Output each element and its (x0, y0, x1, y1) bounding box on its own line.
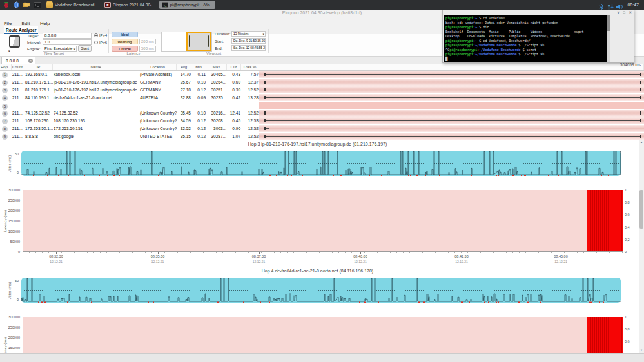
terminal-line: pi@raspberrypi:~ $ cd vodafone (445, 16, 605, 21)
interval-label: Interval: (27, 40, 41, 45)
duration-select[interactable]: 15 Minutes ▾ (231, 31, 266, 37)
terminal-scrollbar-track[interactable] (607, 15, 610, 62)
minimize-icon[interactable]: ∨ (617, 10, 620, 14)
column-header-count[interactable]: Count (12, 64, 24, 70)
charts-scrollbar-track[interactable] (639, 140, 644, 353)
volume-icon[interactable] (616, 1, 623, 8)
scroll-down-icon[interactable]: ▼ (639, 348, 644, 352)
x-major-tick (56, 252, 57, 254)
start-time-input[interactable]: Do. Dez. 9 21:59:35 2021 (231, 38, 266, 44)
scroll-up-icon[interactable]: ▲ (639, 140, 644, 144)
ipv4-radio[interactable] (94, 33, 98, 37)
terminal-console[interactable]: pi@raspberrypi:~ $ cd vodafonebash: cd: … (444, 15, 607, 62)
terminal-line: pi@raspberrypi:~ $ cd Vodafone\ Beschwer… (445, 39, 605, 43)
terminal-window[interactable]: Datei Bearbeiten Reiter Hilfe ∨ □ ✕ pi@r… (442, 9, 634, 63)
raspberry-menu-icon[interactable] (2, 1, 10, 9)
latency-range-graph (259, 79, 644, 86)
jitter-chart-hop4[interactable] (21, 278, 621, 303)
terminal-scrollbar-thumb[interactable] (607, 15, 610, 31)
jitter-chart-hop3[interactable] (21, 151, 621, 176)
interval-input[interactable]: 1.0 (43, 39, 92, 45)
viewport-handle-right[interactable] (208, 35, 209, 47)
table-row-hop-4[interactable]: 4211...84.116.196.1...de-fra04d-rc1-ae-2… (0, 94, 644, 102)
table-row-hop-8[interactable]: 8211...172.253.50.1...172.253.50.151(Unk… (0, 125, 644, 133)
terminal-launcher-icon[interactable] (33, 1, 41, 9)
cell-min: 0.11 (191, 71, 206, 79)
taskbar-window-button-folder[interactable]: Vodafone Beschwerd... (44, 1, 101, 9)
target-input[interactable]: 8.8.8.8 (43, 33, 92, 39)
end-time-input[interactable]: So. Dez. 12 08:46:55 2021 (231, 45, 266, 51)
column-header-cur[interactable]: Cur (227, 64, 241, 70)
column-header-avg[interactable]: Avg (177, 64, 191, 70)
column-header-loss[interactable]: Loss % (241, 64, 259, 70)
cell-count: 211... (12, 94, 24, 102)
cell-cur: 0.42 (227, 94, 241, 102)
latency-range-graph (259, 110, 644, 117)
cell-loss (241, 102, 259, 110)
latency-range-graph (259, 102, 644, 110)
table-row-hop-7[interactable]: 7211...108.170.236...108.170.236.193(Unk… (0, 117, 644, 125)
terminal-line: Bookshelf Documents Music Public Videos … (445, 30, 605, 34)
cell-cur: 0.90 (227, 125, 241, 133)
system-tray: 08:47 (598, 0, 644, 10)
terminal-text: pi@raspberrypi (445, 43, 473, 47)
cell-min (191, 102, 206, 110)
latency-left-tick: 250000 (0, 325, 20, 330)
column-header-name[interactable]: Name (53, 64, 139, 70)
table-row-hop-3[interactable]: 3211...81.210.176.1...ip-81-210-176-197.… (0, 86, 644, 94)
column-header-location[interactable]: Location (139, 64, 177, 70)
cell-location: (Unknown Country?) (139, 110, 177, 117)
terminal-line: ^Cpi@raspberrypi:~/Vodafone Beschwerde $… (445, 48, 605, 52)
target-tab-8888[interactable]: 8.8.8.8 × (1, 57, 35, 64)
latency-chart-hop3[interactable] (23, 190, 623, 252)
taskbar-window-button-terminal[interactable]: >_pi@raspberrypi: ~/Vo... (159, 1, 215, 9)
viewport-handle-left[interactable] (189, 35, 190, 47)
table-row-hop-5[interactable]: 5 (0, 102, 644, 110)
cell-loss: 13.28 (241, 94, 259, 102)
x-tick-date: 12.12.21 (445, 260, 478, 264)
table-row-hop-2[interactable]: 2211...81.210.176.1...ip-81-210-176-198.… (0, 79, 644, 86)
cell-loss: 12.52 (241, 125, 259, 133)
taskbar-window-label: pi@raspberrypi: ~/Vo... (170, 3, 213, 7)
x-tick-time: 08:45:00 (545, 254, 577, 259)
x-tick-time: 08:32:30 (40, 254, 72, 259)
network-updown-icon[interactable] (607, 1, 614, 8)
viewport-selection[interactable] (186, 32, 211, 51)
bluetooth-icon[interactable] (598, 1, 605, 8)
column-header-hop[interactable]: Hop (0, 64, 12, 70)
x-tick-date: 12.12.21 (142, 260, 174, 264)
taskbar-window-button-pingnoo[interactable]: PPingnoo 2021.04.30-... (102, 1, 158, 9)
critical-latency-input[interactable]: 500 ms (139, 46, 156, 52)
cell-max: 30251... (206, 86, 227, 94)
latency-x-axis-ticks (23, 252, 623, 253)
latency-chart-hop4[interactable] (23, 317, 623, 353)
target-label: Target: (27, 33, 39, 39)
terminal-text: ~/Vodafone Beschwerde (475, 43, 516, 47)
table-row-hop-6[interactable]: 6211...74.125.32.5274.125.32.52(Unknown … (0, 110, 644, 117)
cell-max: 30465... (206, 71, 227, 79)
maximize-icon[interactable]: □ (623, 10, 625, 14)
cell-min: 0.10 (191, 79, 206, 86)
close-icon[interactable]: ✕ (629, 10, 632, 14)
start-time-label: Start: (215, 39, 224, 44)
terminal-text: pi@raspberrypi (445, 39, 473, 43)
column-header-ip[interactable]: IP (24, 64, 53, 70)
viewport-preview (161, 32, 212, 52)
table-row-hop-1[interactable]: 1211...192.168.0.1kabelbox.local(Private… (0, 71, 644, 79)
warning-latency-input[interactable]: 200 ms (139, 39, 156, 44)
cell-hop: 2 (0, 79, 12, 86)
cell-min: 0.12 (191, 86, 206, 94)
ipv6-label: IPv6 (99, 40, 107, 45)
charts-scrollbar-thumb[interactable] (639, 190, 643, 229)
web-browser-icon[interactable] (12, 1, 21, 9)
file-manager-icon[interactable] (23, 1, 31, 9)
close-icon[interactable]: × (28, 59, 33, 63)
visualisation-icon[interactable] (9, 35, 20, 48)
ipv6-radio[interactable] (94, 41, 98, 44)
engine-select[interactable]: Ping Executable ▾ (43, 46, 77, 52)
column-header-max[interactable]: Max (206, 64, 227, 70)
cell-name: de-fra04d-rc1-ae-21-0.aorta.net (53, 94, 139, 102)
start-button[interactable]: Start (78, 45, 92, 52)
x-tick-date: 12.12.21 (40, 260, 72, 264)
column-header-min[interactable]: Min (191, 64, 206, 70)
